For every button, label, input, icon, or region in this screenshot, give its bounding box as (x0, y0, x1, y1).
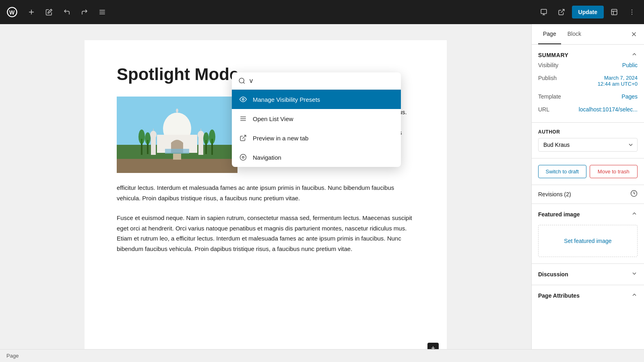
bottom-bar: Page (0, 349, 644, 362)
paragraph-2: Fusce et euismod neque. Nam in sapien ru… (117, 213, 415, 254)
add-block-bottom-button[interactable]: + (427, 343, 439, 349)
author-label: AUTHOR (538, 129, 638, 135)
featured-image-header[interactable]: Featured image (532, 204, 644, 225)
featured-image-title: Featured image (538, 211, 580, 218)
revisions-row[interactable]: Revisions (2) (532, 185, 644, 204)
summary-header[interactable]: Summary (538, 51, 638, 59)
discussion-section: Discussion (532, 264, 644, 285)
open-list-view-label: Open List View (253, 115, 293, 122)
summary-section: Summary Visibility Public Publish March … (532, 45, 644, 123)
update-button[interactable]: Update (572, 6, 604, 19)
template-row: Template Pages (538, 90, 638, 103)
svg-point-15 (632, 12, 632, 12)
paragraph-1: efficitur lectus. Interdum et malesuada … (117, 183, 415, 203)
svg-point-35 (209, 130, 215, 144)
editor-area[interactable]: Spotlight Mode (0, 24, 531, 349)
svg-point-33 (138, 130, 145, 144)
action-buttons: Switch to draft Move to trash (532, 158, 644, 185)
svg-rect-7 (541, 9, 547, 14)
svg-point-14 (632, 10, 632, 10)
page-attributes-header[interactable]: Page Attributes (532, 285, 644, 306)
visibility-value[interactable]: Public (570, 62, 638, 68)
command-search-input[interactable] (250, 77, 394, 84)
list-view-button[interactable] (95, 5, 109, 19)
svg-point-22 (176, 109, 178, 113)
tab-block[interactable]: Block (563, 24, 586, 44)
svg-point-40 (239, 78, 244, 83)
page-attributes-section: Page Attributes (532, 285, 644, 306)
main-layout: Spotlight Mode (0, 24, 644, 349)
set-featured-image-box[interactable]: Set featured image (538, 225, 638, 257)
visibility-label: Visibility (538, 62, 570, 68)
svg-point-16 (632, 14, 632, 14)
discussion-title: Discussion (538, 271, 568, 278)
svg-rect-30 (165, 149, 189, 154)
menu-item-open-list-view[interactable]: Open List View (232, 109, 401, 128)
svg-point-39 (203, 132, 209, 144)
svg-text:W: W (9, 9, 15, 16)
undo-button[interactable] (60, 5, 74, 19)
svg-point-25 (150, 131, 157, 139)
view-mode-button[interactable] (537, 5, 551, 19)
page-attributes-title: Page Attributes (538, 292, 580, 299)
toolbar: W Update (0, 0, 644, 24)
url-label: URL (538, 106, 570, 113)
author-select[interactable]: Bud Kraus (538, 138, 638, 152)
move-trash-button[interactable]: Move to trash (590, 165, 638, 178)
svg-point-42 (242, 99, 244, 101)
switch-draft-button[interactable]: Switch to draft (538, 165, 586, 178)
sidebar: Page Block Summary Visibility Public Pub… (531, 24, 644, 349)
discussion-toggle-icon (631, 270, 638, 278)
edit-button[interactable] (42, 5, 56, 19)
navigation-icon (238, 152, 248, 162)
summary-toggle-icon (631, 51, 638, 59)
settings-button[interactable] (607, 5, 621, 19)
revisions-icon (630, 190, 638, 199)
publish-row: Publish March 7, 2024 12:44 am UTC+0 (538, 72, 638, 90)
discussion-header[interactable]: Discussion (532, 264, 644, 285)
list-view-icon (238, 114, 248, 123)
template-label: Template (538, 93, 570, 100)
svg-rect-31 (173, 154, 181, 160)
featured-image-block (117, 97, 237, 173)
manage-visibility-icon (238, 95, 248, 104)
sidebar-close-button[interactable] (630, 24, 638, 44)
featured-image-toggle-icon (631, 210, 638, 218)
svg-point-28 (198, 131, 204, 139)
featured-image-section: Featured image Set featured image (532, 204, 644, 264)
author-section: AUTHOR Bud Kraus (532, 123, 644, 158)
wp-logo: W (5, 5, 19, 19)
svg-line-41 (243, 82, 244, 83)
url-value[interactable]: localhost:10174/selec... (570, 106, 638, 113)
manage-visibility-label: Manage Visibility Presets (253, 96, 320, 103)
preview-icon (238, 133, 248, 143)
visibility-row: Visibility Public (538, 59, 638, 72)
svg-rect-11 (611, 9, 617, 15)
more-options-button[interactable] (625, 5, 639, 19)
search-icon (238, 77, 246, 84)
publish-label: Publish (538, 75, 570, 81)
revisions-label: Revisions (2) (538, 191, 571, 197)
external-preview-button[interactable] (554, 5, 569, 19)
add-block-toolbar-button[interactable] (24, 5, 39, 19)
menu-item-preview-new-tab[interactable]: Preview in a new tab (232, 128, 401, 148)
svg-line-46 (243, 135, 246, 138)
redo-button[interactable] (77, 5, 92, 19)
template-value[interactable]: Pages (570, 93, 638, 100)
svg-point-37 (145, 132, 151, 144)
sidebar-tabs: Page Block (532, 24, 644, 45)
menu-item-navigation[interactable]: Navigation (232, 148, 401, 167)
summary-title: Summary (538, 52, 568, 58)
svg-point-47 (240, 154, 246, 160)
tab-page[interactable]: Page (538, 24, 561, 44)
search-row (232, 72, 401, 90)
command-palette: Manage Visibility Presets Open List View… (232, 72, 401, 167)
url-row: URL localhost:10174/selec... (538, 103, 638, 116)
publish-value[interactable]: March 7, 2024 12:44 am UTC+0 (570, 75, 638, 87)
menu-item-manage-visibility[interactable]: Manage Visibility Presets (232, 90, 401, 109)
navigation-label: Navigation (253, 154, 281, 161)
preview-new-tab-label: Preview in a new tab (253, 135, 308, 142)
svg-point-48 (242, 156, 244, 158)
page-attributes-toggle-icon (631, 292, 638, 300)
page-type-label: Page (6, 353, 19, 359)
